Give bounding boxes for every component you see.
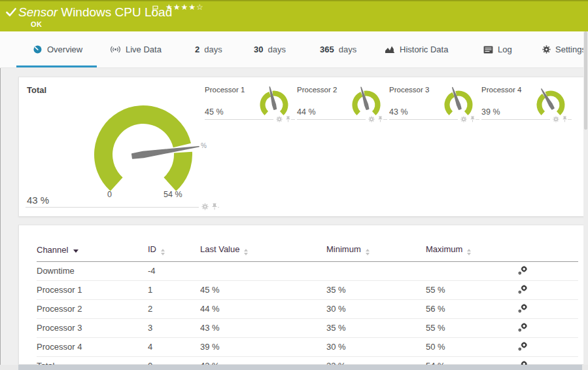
channel-value: 44 % bbox=[297, 107, 316, 117]
col-header-actions bbox=[517, 241, 578, 262]
tile-actions bbox=[366, 116, 383, 122]
channel-label: Processor 2 bbox=[297, 86, 337, 94]
col-header-last-value[interactable]: Last Value bbox=[200, 241, 326, 262]
priority-stars[interactable]: ★★★★☆ bbox=[165, 3, 204, 12]
cell-id: 4 bbox=[148, 338, 200, 357]
table-row[interactable]: Processor 4 4 39 % 30 % 50 % bbox=[37, 338, 578, 357]
cell-last-value: 44 % bbox=[200, 300, 326, 319]
channel-settings-gears-icon[interactable] bbox=[517, 323, 578, 333]
pin-icon[interactable] bbox=[562, 116, 568, 122]
gauges-panel: Total % 0 54 % 43 % Processor 1 45 % bbox=[18, 77, 584, 217]
vertical-scrollbar-thumb[interactable] bbox=[584, 31, 587, 130]
tab-365-days[interactable]: 365days bbox=[320, 31, 356, 67]
gauge-settings-gear-icon[interactable] bbox=[460, 116, 467, 122]
cell-maximum: 55 % bbox=[426, 281, 517, 300]
col-header-id[interactable]: ID bbox=[148, 241, 200, 262]
cell-minimum: 35 % bbox=[326, 319, 426, 338]
table-row[interactable]: Processor 2 2 44 % 30 % 56 % bbox=[37, 300, 578, 319]
gauge-settings-gear-icon[interactable] bbox=[276, 116, 283, 122]
channels-table: Channel ID Last Value Minimum Maximum Do… bbox=[37, 241, 578, 370]
cell-maximum: 56 % bbox=[426, 300, 517, 319]
tile-actions bbox=[550, 116, 568, 122]
tab-historic-data[interactable]: Historic Data bbox=[385, 31, 448, 67]
sort-toggle-icon bbox=[366, 249, 370, 255]
gear-icon bbox=[542, 45, 551, 54]
tab-settings[interactable]: Settings bbox=[542, 31, 586, 67]
cell-minimum: 35 % bbox=[326, 281, 426, 300]
vertical-scrollbar[interactable] bbox=[583, 31, 588, 365]
channel-label: Processor 3 bbox=[389, 86, 429, 94]
pin-icon[interactable] bbox=[211, 203, 218, 210]
tab-live-data[interactable]: Live Data bbox=[110, 31, 162, 67]
channel-label: Total bbox=[27, 85, 46, 95]
cell-minimum: 30 % bbox=[326, 338, 426, 357]
processor-gauge-tile: Processor 3 43 % bbox=[389, 83, 479, 120]
page-title: SensorWindows CPU Load bbox=[18, 5, 172, 20]
table-header-row: Channel ID Last Value Minimum Maximum bbox=[37, 241, 578, 262]
table-row[interactable]: Downtime -4 bbox=[37, 262, 578, 281]
sensor-header: SensorWindows CPU Load ★★★★☆ OK bbox=[0, 0, 588, 31]
gauge-scale-max: 54 % bbox=[164, 190, 182, 199]
cell-id: -4 bbox=[148, 262, 200, 281]
tab-30-days[interactable]: 30days bbox=[254, 31, 286, 67]
tile-actions bbox=[199, 203, 218, 210]
area-chart-icon bbox=[385, 45, 395, 54]
gauge-icon bbox=[33, 45, 43, 54]
svg-text:%: % bbox=[201, 142, 207, 149]
gauge-scale-min: 0 bbox=[107, 190, 112, 199]
tile-actions bbox=[273, 116, 291, 122]
gauge-settings-gear-icon[interactable] bbox=[201, 203, 209, 210]
cell-last-value: 39 % bbox=[200, 338, 326, 357]
col-header-maximum[interactable]: Maximum bbox=[426, 241, 517, 262]
cell-maximum: 50 % bbox=[426, 338, 517, 357]
cell-last-value: 45 % bbox=[200, 281, 326, 300]
cell-maximum bbox=[426, 262, 517, 281]
horizontal-scrollbar-thumb[interactable] bbox=[18, 365, 582, 370]
object-type-label: Sensor bbox=[18, 5, 58, 19]
tab-overview[interactable]: Overview bbox=[33, 31, 82, 67]
pin-icon[interactable] bbox=[470, 116, 476, 122]
cell-channel: Processor 4 bbox=[37, 338, 148, 357]
cell-channel: Processor 1 bbox=[37, 281, 148, 300]
tab-log[interactable]: Log bbox=[483, 31, 512, 67]
channel-label: Processor 4 bbox=[481, 86, 521, 94]
cell-id: 3 bbox=[148, 319, 200, 338]
tile-actions bbox=[458, 116, 476, 122]
cell-channel: Processor 3 bbox=[37, 319, 148, 338]
tab-bar: Overview Live Data 2days 30days 365days bbox=[0, 31, 588, 68]
priority-flag-icon[interactable] bbox=[152, 5, 158, 14]
cell-minimum bbox=[326, 262, 426, 281]
cell-minimum: 30 % bbox=[326, 300, 426, 319]
gauge-settings-gear-icon[interactable] bbox=[553, 116, 559, 122]
tab-2-days[interactable]: 2days bbox=[195, 31, 222, 67]
channel-settings-gears-icon[interactable] bbox=[517, 304, 578, 314]
sort-toggle-icon bbox=[161, 249, 165, 255]
sort-desc-icon bbox=[73, 250, 78, 253]
channel-value: 43 % bbox=[389, 107, 408, 117]
cell-id: 2 bbox=[148, 300, 200, 319]
cell-maximum: 55 % bbox=[426, 319, 517, 338]
pin-icon[interactable] bbox=[285, 116, 291, 122]
channel-settings-gears-icon[interactable] bbox=[517, 285, 578, 295]
total-gauge-tile: Total % 0 54 % 43 % bbox=[26, 81, 219, 208]
channel-settings-gears-icon[interactable] bbox=[517, 266, 578, 276]
live-broadcast-icon bbox=[110, 45, 121, 54]
table-row[interactable]: Processor 3 3 43 % 35 % 55 % bbox=[37, 319, 578, 338]
channel-value: 43 % bbox=[27, 194, 49, 206]
gauge-settings-gear-icon[interactable] bbox=[368, 116, 375, 122]
processor-gauge-tile: Processor 2 44 % bbox=[297, 83, 387, 120]
pin-icon[interactable] bbox=[377, 116, 383, 122]
log-list-icon bbox=[483, 46, 493, 54]
sort-toggle-icon bbox=[244, 249, 248, 255]
col-header-minimum[interactable]: Minimum bbox=[326, 241, 426, 262]
channels-panel: Channel ID Last Value Minimum Maximum Do… bbox=[18, 225, 584, 365]
horizontal-scrollbar[interactable] bbox=[0, 365, 588, 370]
channel-label: Processor 1 bbox=[205, 86, 245, 94]
channel-settings-gears-icon[interactable] bbox=[517, 342, 578, 352]
cell-channel: Processor 2 bbox=[37, 300, 148, 319]
processor-gauge-tile: Processor 1 45 % bbox=[205, 83, 295, 120]
cell-channel: Downtime bbox=[37, 262, 148, 281]
col-header-channel[interactable]: Channel bbox=[37, 241, 148, 262]
table-row[interactable]: Processor 1 1 45 % 35 % 55 % bbox=[37, 281, 578, 300]
prtg-sensor-page: SensorWindows CPU Load ★★★★☆ OK Overview… bbox=[0, 0, 588, 370]
